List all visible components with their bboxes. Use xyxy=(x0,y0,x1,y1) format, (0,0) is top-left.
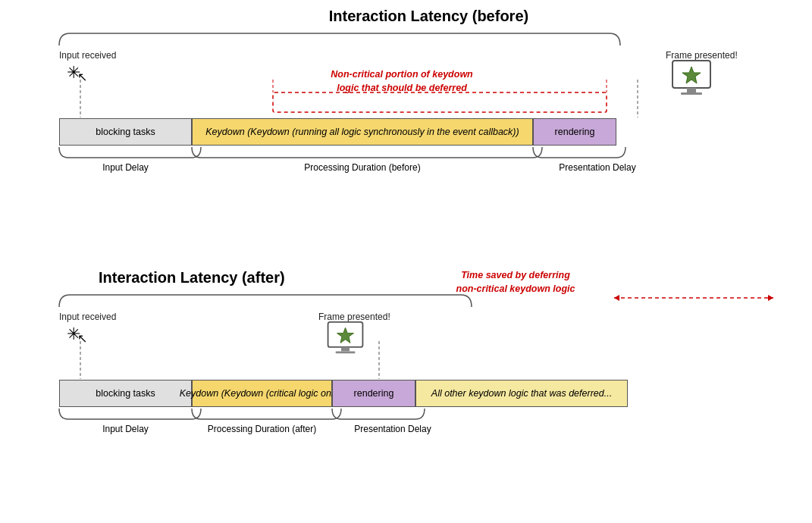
svg-rect-4 xyxy=(273,92,607,112)
diagram-container: Interaction Latency (before) Input recei… xyxy=(0,0,812,523)
input-received-label-after: Input received xyxy=(59,312,116,322)
time-saved-label: Time saved by deferring non-critical key… xyxy=(432,269,599,296)
block-deferred-after: All other keydown logic that was deferre… xyxy=(415,380,628,407)
label-processing-after: Processing Duration (after) xyxy=(192,424,332,434)
svg-rect-2 xyxy=(681,92,702,95)
block-blocking-tasks-after: blocking tasks xyxy=(59,380,192,407)
cursor-after: ↖ xyxy=(77,331,87,346)
input-received-label-before: Input received xyxy=(59,50,116,61)
after-title: Interaction Latency (after) xyxy=(23,269,812,287)
block-blocking-tasks-before: blocking tasks xyxy=(59,118,192,146)
block-keydown-before: Keydown (Keydown (running all logic sync… xyxy=(192,118,533,146)
before-title: Interaction Latency (before) xyxy=(23,8,812,25)
monitor-before xyxy=(669,59,714,97)
label-input-delay-after: Input Delay xyxy=(59,424,192,434)
svg-rect-14 xyxy=(336,351,356,353)
cursor-before: ↖ xyxy=(77,70,87,84)
after-section: Interaction Latency (after) Time saved b… xyxy=(23,269,812,293)
top-overall-brace-after xyxy=(59,293,461,310)
monitor-after xyxy=(324,321,366,355)
label-presentation-before: Presentation Delay xyxy=(533,162,662,173)
top-overall-brace xyxy=(59,32,620,49)
label-presentation-after: Presentation Delay xyxy=(332,424,453,434)
label-processing-before: Processing Duration (before) xyxy=(192,162,533,173)
red-dashed-box xyxy=(273,92,500,206)
before-section: Interaction Latency (before) Input recei… xyxy=(23,8,812,31)
timeline-before: blocking tasks Keydown (Keydown (running… xyxy=(59,117,616,147)
svg-marker-11 xyxy=(768,295,773,301)
block-rendering-before: rendering xyxy=(533,118,616,146)
timeline-after: blocking tasks Keydown (Keydown (critica… xyxy=(59,378,628,409)
svg-marker-10 xyxy=(614,295,619,301)
block-rendering-after: rendering xyxy=(332,380,415,407)
block-keydown-after: Keydown (Keydown (critical logic only)) xyxy=(192,380,332,407)
label-input-delay-before: Input Delay xyxy=(59,162,192,173)
svg-rect-13 xyxy=(341,347,350,352)
red-annotation-before: Non-critical portion of keydown logic th… xyxy=(318,68,485,95)
svg-rect-1 xyxy=(687,88,696,92)
